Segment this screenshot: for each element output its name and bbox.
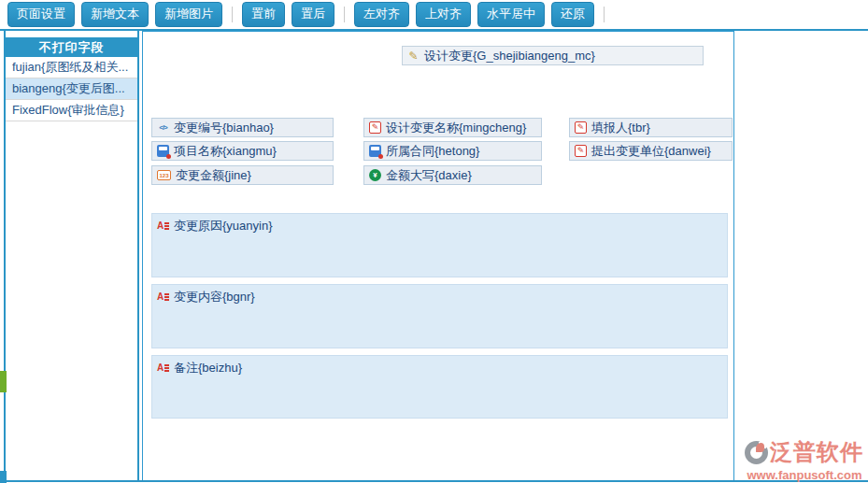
pen-icon bbox=[407, 50, 420, 62]
toolbar-separator bbox=[344, 7, 345, 22]
textarea-icon bbox=[157, 220, 169, 232]
vendor-url: www.fanpusoft.com bbox=[745, 468, 864, 482]
field-daxie[interactable]: 金额大写{daxie} bbox=[363, 165, 542, 185]
field-label: 填报人{tbr} bbox=[591, 120, 650, 136]
bottom-border-line bbox=[0, 480, 868, 482]
vendor-watermark: 泛普软件 www.fanpusoft.com bbox=[745, 437, 864, 482]
sidebar-item-fixedflow[interactable]: FixedFlow{审批信息} bbox=[6, 100, 137, 121]
textarea-label: 变更原因{yuanyin} bbox=[174, 218, 273, 234]
add-image-button[interactable]: 新增图片 bbox=[155, 2, 222, 27]
field-bianhao[interactable]: 变更编号{bianhao} bbox=[151, 118, 334, 137]
field-tbr[interactable]: 填报人{tbr} bbox=[569, 118, 733, 137]
bring-front-button[interactable]: 置前 bbox=[242, 2, 285, 27]
field-label: 提出变更单位{danwei} bbox=[591, 143, 711, 160]
add-text-button[interactable]: 新增文本 bbox=[81, 2, 149, 27]
print-template-designer: 页面设置 新增文本 新增图片 置前 置后 左对齐 上对齐 水平居中 还原 不打印… bbox=[0, 0, 868, 483]
field-label: 所属合同{hetong} bbox=[386, 143, 479, 160]
vendor-brand-name: 泛普软件 bbox=[770, 437, 863, 467]
edit-icon bbox=[369, 121, 381, 134]
textarea-bgnr[interactable]: 变更内容{bgnr} bbox=[151, 284, 728, 348]
sidebar-item-biangeng[interactable]: biangeng{变更后图... bbox=[6, 78, 137, 100]
textarea-label: 变更内容{bgnr} bbox=[174, 289, 255, 305]
toolbar-separator bbox=[604, 7, 605, 22]
center-horizontal-button[interactable]: 水平居中 bbox=[477, 2, 545, 27]
field-label: 变更编号{bianhao} bbox=[174, 120, 274, 136]
field-label: 项目名称{xiangmu} bbox=[174, 143, 277, 160]
toolbar-separator bbox=[232, 7, 233, 22]
field-label: 设计变更名称{mingcheng} bbox=[386, 120, 526, 136]
restore-button[interactable]: 还原 bbox=[551, 2, 594, 27]
fanpu-logo-icon bbox=[745, 441, 768, 464]
design-canvas[interactable]: 设计变更{G_shejibiangeng_mc} 变更编号{bianhao} 设… bbox=[142, 31, 734, 480]
align-top-button[interactable]: 上对齐 bbox=[416, 2, 471, 27]
database-icon bbox=[369, 145, 381, 157]
non-print-fields-title: 不打印字段 bbox=[6, 37, 137, 57]
toolbar: 页面设置 新增文本 新增图片 置前 置后 左对齐 上对齐 水平居中 还原 bbox=[0, 0, 868, 29]
field-label: 金额大写{daxie} bbox=[386, 167, 472, 184]
page-settings-button[interactable]: 页面设置 bbox=[7, 2, 75, 27]
number-icon bbox=[157, 170, 171, 180]
textarea-label: 备注{beizhu} bbox=[174, 360, 242, 376]
edit-icon bbox=[575, 145, 587, 157]
send-back-button[interactable]: 置后 bbox=[292, 2, 334, 27]
database-icon bbox=[157, 145, 169, 157]
code-icon bbox=[157, 121, 169, 134]
field-mingcheng[interactable]: 设计变更名称{mingcheng} bbox=[363, 118, 542, 137]
field-jine[interactable]: 变更金额{jine} bbox=[151, 165, 334, 185]
textarea-beizhu[interactable]: 备注{beizhu} bbox=[151, 355, 728, 419]
sidebar-item-fujian[interactable]: fujian{原图纸及相关... bbox=[6, 57, 137, 78]
non-print-fields-panel: 不打印字段 fujian{原图纸及相关... biangeng{变更后图... … bbox=[4, 31, 139, 480]
align-left-button[interactable]: 左对齐 bbox=[354, 2, 409, 27]
field-hetong[interactable]: 所属合同{hetong} bbox=[363, 141, 542, 161]
textarea-yuanyin[interactable]: 变更原因{yuanyin} bbox=[151, 213, 728, 277]
field-label: 变更金额{jine} bbox=[176, 167, 251, 184]
form-title-element[interactable]: 设计变更{G_shejibiangeng_mc} bbox=[402, 46, 704, 65]
edit-icon bbox=[575, 121, 587, 134]
field-xiangmu[interactable]: 项目名称{xiangmu} bbox=[151, 141, 334, 161]
textarea-icon bbox=[157, 291, 169, 303]
textarea-icon bbox=[157, 362, 169, 374]
form-title-label: 设计变更{G_shejibiangeng_mc} bbox=[424, 48, 595, 64]
panel-collapse-handle[interactable] bbox=[0, 371, 7, 392]
field-danwei[interactable]: 提出变更单位{danwei} bbox=[569, 141, 733, 161]
currency-icon bbox=[369, 169, 381, 181]
